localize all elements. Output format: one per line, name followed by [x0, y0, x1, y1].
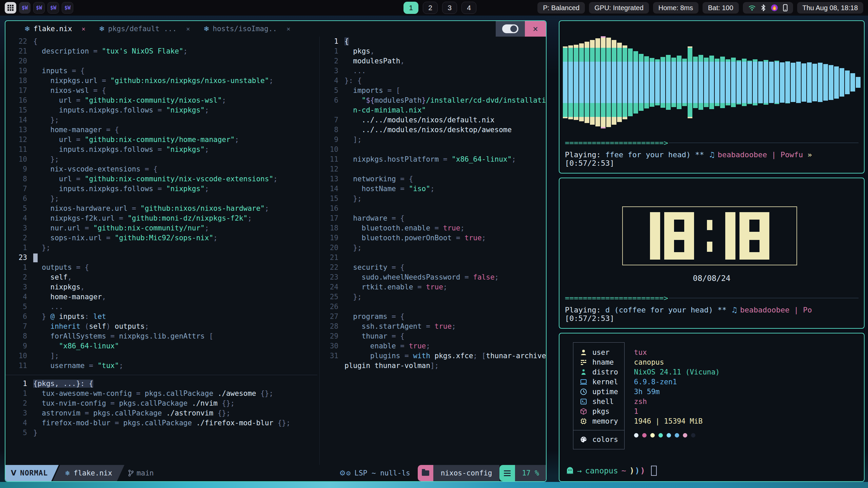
code-line: 1 }; — [5, 243, 317, 253]
code-segment: pkgs.callPackage — [123, 419, 192, 427]
iso-image-pane[interactable]: 1{1 pkgs,2 modulesPath,3 ...4}: {5 impor… — [321, 37, 546, 371]
tab-close-icon[interactable]: × — [287, 25, 290, 33]
fetch-value-user: tux — [634, 347, 720, 357]
line-number: 12 — [5, 135, 33, 145]
code-segment: ; — [482, 234, 486, 242]
line-number: 3 — [5, 408, 33, 418]
code-text: home-manager, — [33, 292, 106, 302]
tag-4[interactable]: 4 — [461, 2, 476, 14]
visualizer-bar — [845, 70, 850, 94]
status-pill[interactable]: Home: 8ms — [653, 2, 698, 14]
tag-2[interactable]: 2 — [423, 2, 438, 14]
line-number: 28 — [321, 322, 344, 331]
code-segment: nixos-wsl — [33, 86, 89, 95]
code-segment: = — [153, 185, 166, 193]
code-segment: thunar — [344, 332, 387, 340]
line-number: 9 — [5, 164, 33, 174]
code-segment: = — [106, 332, 119, 340]
workspace-button[interactable]: $W — [62, 2, 73, 14]
code-segment: tux-awesome-wm-config — [33, 389, 132, 398]
code-text: } @ inputs: let — [33, 312, 106, 322]
tab-hosts-isoImag-[interactable]: ❄hosts/isoImag..× — [204, 25, 291, 33]
visualizer-bar — [850, 73, 855, 92]
code-line: 2 tux-nvim-config = pkgs.callPackage ./n… — [5, 399, 317, 408]
flake-nix-pane[interactable]: 22{21 description = "tux's NixOS Flake";… — [5, 37, 317, 371]
window-close-button[interactable]: × — [525, 21, 546, 37]
tab-pkgs-default-[interactable]: ❄pkgs/default ...× — [99, 25, 190, 33]
tag-3[interactable]: 3 — [442, 2, 457, 14]
tab-flake-nix[interactable]: ❄flake.nix× — [24, 25, 85, 33]
phone-icon — [783, 4, 788, 12]
scroll-percent: 17 % — [515, 465, 546, 481]
code-line: 24 rtkit.enable = true; — [321, 282, 546, 292]
color-dot — [675, 433, 679, 438]
line-number: 1 — [321, 46, 344, 56]
statusline: V NORMAL ❄ flake.nix main ⚙⚙ LSP ~ null-… — [5, 465, 546, 481]
fetch-row-colors: colors — [573, 434, 624, 444]
code-segment: ]; — [344, 136, 362, 144]
code-segment: ; — [426, 342, 430, 350]
code-text: inputs = { — [33, 66, 85, 76]
line-number: 15 — [321, 194, 344, 204]
code-line: 2 sops-nix.url = "github:Mic92/sops-nix"… — [5, 233, 317, 243]
code-segment: modulesPath — [375, 96, 422, 104]
fetch-label: uptime — [592, 388, 618, 396]
line-number: 5 — [321, 86, 344, 96]
code-segment: pkgs — [344, 47, 370, 55]
code-text: plugin thunar-volman]; — [344, 361, 439, 371]
code-segment: imports — [344, 86, 383, 95]
color-dot — [691, 433, 695, 438]
code-line: 23 sudo.wheelNeedsPassword = false; — [321, 272, 546, 282]
code-segment: sudo.wheelNeedsPassword — [344, 273, 460, 281]
code-line: n-cd-minimal.nix" — [321, 105, 546, 115]
code-segment: } — [422, 96, 426, 104]
status-pill[interactable]: Bat: 100 — [703, 2, 739, 14]
code-segment: true — [409, 342, 426, 350]
code-text: { — [33, 37, 38, 46]
shell-prompt[interactable]: →canopus~))) — [566, 466, 657, 476]
visualizer-bar — [579, 43, 584, 121]
workspace-button[interactable]: $W — [47, 2, 59, 14]
app-launcher-button[interactable] — [5, 2, 16, 14]
workspace-button[interactable]: $W — [33, 2, 45, 14]
fetch-label: pkgs — [592, 407, 610, 415]
line-number: 4 — [5, 292, 33, 302]
prompt-chevrons: ))) — [630, 466, 646, 475]
code-segment: "github:nix-community/home-manager" — [85, 136, 235, 144]
visualizer-bar — [698, 55, 703, 110]
line-number: 14 — [5, 115, 33, 125]
pkgs-default-pane[interactable]: 1{pkgs, ...}: {1 tux-awesome-wm-config =… — [5, 379, 317, 438]
code-segment: " — [344, 96, 366, 104]
line-number: 29 — [321, 331, 344, 341]
code-segment: inputs.nixpkgs.follows — [33, 185, 153, 193]
code-segment: = — [430, 224, 443, 232]
visualizer-bar — [677, 56, 682, 109]
tag-1[interactable]: 1 — [403, 2, 418, 14]
window-toggle-button[interactable] — [496, 21, 525, 37]
line-number: 11 — [5, 145, 33, 155]
code-segment: = — [72, 175, 85, 183]
tab-close-icon[interactable]: × — [186, 25, 190, 33]
status-pill[interactable]: P: Balanced — [537, 2, 585, 14]
line-number: 3 — [5, 223, 33, 233]
visualizer-bar — [639, 54, 644, 111]
code-segment: = — [452, 234, 465, 242]
tab-close-icon[interactable]: × — [82, 25, 85, 33]
progress-rule — [669, 298, 859, 298]
playing-segment: d (coffee for your head) ** — [605, 306, 731, 314]
code-segment: = { — [89, 86, 106, 95]
code-line: 20 }; — [321, 243, 546, 253]
project-segment-icon — [418, 465, 433, 481]
memory-icon — [579, 418, 588, 425]
line-number: 3 — [5, 282, 33, 292]
fetch-row-kernel: kernel — [573, 377, 624, 387]
tray-pill[interactable] — [743, 2, 793, 14]
fetch-row-user: user — [573, 347, 624, 357]
prompt-host: canopus — [585, 466, 618, 475]
workspace-button[interactable]: $W — [19, 2, 31, 14]
clock-pill[interactable]: Thu Aug 08, 18:18 — [797, 2, 863, 14]
code-segment: ssh.startAgent — [344, 322, 422, 330]
editor-window: ❄flake.nix×❄pkgs/default ...×❄hosts/isoI… — [5, 20, 547, 482]
status-pill[interactable]: GPU: Integrated — [589, 2, 649, 14]
code-segment: nur.url — [33, 224, 80, 232]
